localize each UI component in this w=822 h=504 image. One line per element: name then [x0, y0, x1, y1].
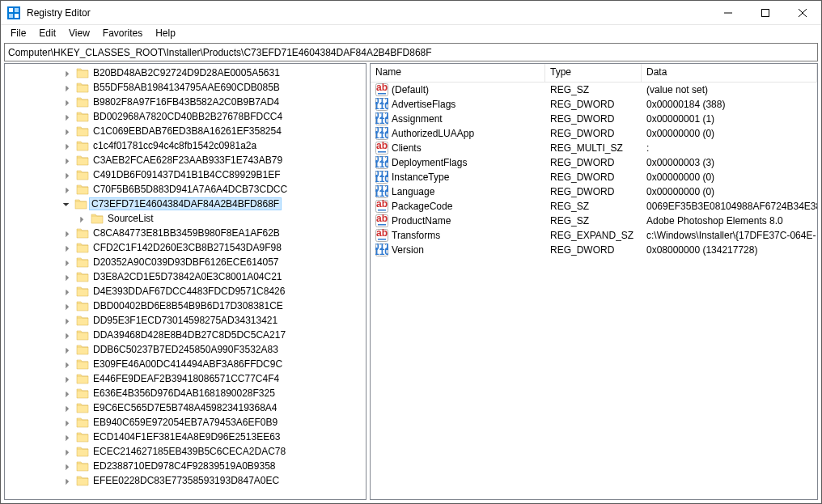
- tree-item[interactable]: ⏵D4E393DDAF67DCC4483FDCD9571C8426: [5, 284, 366, 299]
- chevron-right-icon[interactable]: ⏵: [61, 433, 74, 442]
- value-name: Transforms: [392, 230, 440, 241]
- value-name: Assignment: [392, 113, 443, 125]
- value-name: Clients: [392, 142, 422, 154]
- tree-item[interactable]: ⏵C8CA84773E81BB3459B980F8EA1AF62B: [5, 226, 366, 240]
- chevron-right-icon[interactable]: ⏵: [61, 258, 74, 267]
- value-name: DeploymentFlags: [392, 157, 467, 168]
- chevron-down-icon[interactable]: ⏷: [60, 200, 73, 209]
- menu-view[interactable]: View: [62, 26, 96, 40]
- chevron-right-icon[interactable]: ⏵: [61, 142, 74, 150]
- chevron-right-icon[interactable]: ⏵: [61, 331, 74, 340]
- header-name[interactable]: Name: [371, 64, 545, 82]
- tree-item[interactable]: ⏵D20352A90C039D93DBF6126ECE614057: [5, 255, 366, 269]
- chevron-right-icon[interactable]: ⏵: [61, 171, 74, 180]
- chevron-right-icon[interactable]: ⏵: [61, 69, 74, 78]
- tree-item[interactable]: ⏵ECD1404F1EF381E4A8E9D96E2513EE63: [5, 430, 366, 444]
- chevron-right-icon[interactable]: ⏵: [61, 389, 74, 398]
- value-row[interactable]: ClientsREG_MULTI_SZ:: [371, 141, 817, 155]
- value-row[interactable]: PackageCodeREG_SZ0069EF35B3E08104988AF67…: [371, 199, 817, 214]
- tree-item[interactable]: ⏵E446FE9DEAF2B39418086571CC77C4F4: [5, 371, 366, 386]
- address-text: Computer\HKEY_CLASSES_ROOT\Installer\Pro…: [8, 47, 432, 58]
- menu-help[interactable]: Help: [149, 26, 182, 40]
- value-row[interactable]: InstanceTypeREG_DWORD0x00000000 (0): [371, 170, 817, 184]
- tree-item[interactable]: ⏵C1C069EBDAB76ED3B8A16261EF358254: [5, 124, 366, 138]
- chevron-right-icon[interactable]: ⏵: [61, 244, 74, 252]
- list-scroll[interactable]: (Default)REG_SZ(value not set)AdvertiseF…: [371, 83, 817, 499]
- tree-item[interactable]: ⏵E9C6EC565D7E5B748A459823419368A4: [5, 400, 366, 415]
- value-row[interactable]: (Default)REG_SZ(value not set): [371, 83, 817, 97]
- chevron-right-icon[interactable]: ⏵: [61, 447, 74, 456]
- tree-item[interactable]: ⏵B9802F8A97F16FB43B582A2C0B9B7AD4: [5, 95, 366, 109]
- binary-value-icon: [375, 156, 388, 169]
- menu-favorites[interactable]: Favorites: [96, 26, 149, 40]
- chevron-right-icon[interactable]: ⏵: [61, 375, 74, 383]
- maximize-button[interactable]: [747, 1, 784, 25]
- value-row[interactable]: TransformsREG_EXPAND_SZc:\Windows\Instal…: [371, 228, 817, 243]
- chevron-right-icon[interactable]: ⏵: [61, 83, 74, 92]
- chevron-right-icon[interactable]: ⏵: [61, 316, 74, 325]
- chevron-right-icon[interactable]: ⏵: [61, 185, 74, 194]
- value-row[interactable]: AssignmentREG_DWORD0x00000001 (1): [371, 112, 817, 126]
- app-icon: [7, 6, 20, 19]
- tree-item[interactable]: ⏵E309FE46A00DC414494ABF3A86FFDC9C: [5, 357, 366, 371]
- chevron-right-icon[interactable]: ⏵: [61, 302, 74, 311]
- close-button[interactable]: [784, 1, 821, 25]
- tree-item[interactable]: ⏵DBD00402BD6E8B54B9B6D17D308381CE: [5, 299, 366, 313]
- chevron-right-icon[interactable]: ⏵: [61, 127, 74, 136]
- chevron-right-icon[interactable]: ⏵: [61, 404, 74, 413]
- value-data: 0069EF35B3E08104988AF6724B34E388: [642, 201, 817, 212]
- value-name: Language: [392, 186, 434, 197]
- tree-item[interactable]: ⏵B55DF58AB1984134795AAE690CDB085B: [5, 80, 366, 95]
- value-row[interactable]: DeploymentFlagsREG_DWORD0x00000003 (3): [371, 155, 817, 170]
- tree-item[interactable]: ⏵EB940C659E972054EB7A79453A6EF0B9: [5, 415, 366, 430]
- value-row[interactable]: VersionREG_DWORD0x08000000 (134217728): [371, 243, 817, 257]
- header-data[interactable]: Data: [642, 64, 817, 82]
- string-value-icon: [375, 229, 388, 242]
- tree-item[interactable]: ⏵D3E8A2CD1E5D73842A0E3C8001A04C21: [5, 269, 366, 284]
- value-row[interactable]: ProductNameREG_SZAdobe Photoshop Element…: [371, 214, 817, 228]
- menu-edit[interactable]: Edit: [32, 26, 62, 40]
- chevron-right-icon[interactable]: ⏵: [61, 462, 74, 471]
- tree-item-label: D3E8A2CD1E5D73842A0E3C8001A04C21: [91, 270, 285, 283]
- chevron-right-icon[interactable]: ⏵: [61, 273, 74, 282]
- value-row[interactable]: AuthorizedLUAAppREG_DWORD0x00000000 (0): [371, 126, 817, 141]
- tree-item[interactable]: ⏵EFEE0228DC83E77358593193D847A0EC: [5, 473, 366, 488]
- address-bar[interactable]: Computer\HKEY_CLASSES_ROOT\Installer\Pro…: [4, 43, 818, 61]
- tree-item[interactable]: ⏵ECEC214627185EB439B5C6CECA2DAC78: [5, 444, 366, 459]
- tree-item[interactable]: ⏵BD002968A7820CD40BB2B27678BFDCC4: [5, 109, 366, 124]
- tree-item[interactable]: ⏵c1c4f01781cc94c4c8fb1542c0981a2a: [5, 138, 366, 153]
- tree-item[interactable]: ⏵B20BD48AB2C92724D9D28AE0005A5631: [5, 66, 366, 80]
- tree-scroll[interactable]: ⏵B20BD48AB2C92724D9D28AE0005A5631⏵B55DF5…: [5, 64, 366, 499]
- chevron-right-icon[interactable]: ⏵: [61, 476, 74, 485]
- binary-value-icon: [375, 244, 388, 256]
- value-type: REG_DWORD: [545, 113, 642, 125]
- chevron-right-icon[interactable]: ⏵: [61, 345, 74, 354]
- binary-value-icon: [375, 185, 388, 198]
- value-row[interactable]: LanguageREG_DWORD0x00000000 (0): [371, 184, 817, 199]
- tree-item[interactable]: ⏵DDB6C50237B7ED245850A990F3532A83: [5, 342, 366, 357]
- minimize-button[interactable]: [710, 1, 747, 25]
- chevron-right-icon[interactable]: ⏵: [61, 418, 74, 427]
- value-row[interactable]: AdvertiseFlagsREG_DWORD0x00000184 (388): [371, 97, 817, 112]
- chevron-right-icon[interactable]: ⏵: [61, 98, 74, 107]
- tree-item[interactable]: ⏵DD95E3F1ECD73014598275AD34313421: [5, 313, 366, 328]
- tree-item[interactable]: ⏵E636E4B356D976D4AB1681890028F325: [5, 386, 366, 400]
- values-pane: Name Type Data (Default)REG_SZ(value not…: [370, 63, 818, 500]
- header-type[interactable]: Type: [545, 64, 642, 82]
- chevron-right-icon[interactable]: ⏵: [61, 112, 74, 121]
- chevron-right-icon[interactable]: ⏵: [76, 214, 89, 223]
- chevron-right-icon[interactable]: ⏵: [61, 229, 74, 238]
- tree-item[interactable]: ⏵C70F5B6B5D883D941A7A6A4DCB73CDCC: [5, 182, 366, 197]
- chevron-right-icon[interactable]: ⏵: [61, 287, 74, 296]
- tree-item[interactable]: ⏵C3AEB2FCAE628F23AAB933F1E743AB79: [5, 153, 366, 167]
- value-data: Adobe Photoshop Elements 8.0: [642, 215, 817, 227]
- tree-item[interactable]: ⏵ED2388710ED978C4F92839519A0B9358: [5, 459, 366, 473]
- tree-item[interactable]: ⏵SourceList: [5, 211, 366, 226]
- chevron-right-icon[interactable]: ⏵: [61, 360, 74, 369]
- tree-item[interactable]: ⏵DDA39468D428E8B4DB27C8D5DC5CA217: [5, 328, 366, 342]
- tree-item[interactable]: ⏵CFD2C1F142D260E3CB8B271543DA9F98: [5, 240, 366, 255]
- menu-file[interactable]: File: [4, 26, 32, 40]
- tree-item[interactable]: ⏵C491DB6F091437D41B1B4CC89929B1EF: [5, 167, 366, 182]
- tree-item[interactable]: ⏷C73EFD71E4604384DAF84A2B4BFD868F: [5, 197, 366, 211]
- chevron-right-icon[interactable]: ⏵: [61, 156, 74, 165]
